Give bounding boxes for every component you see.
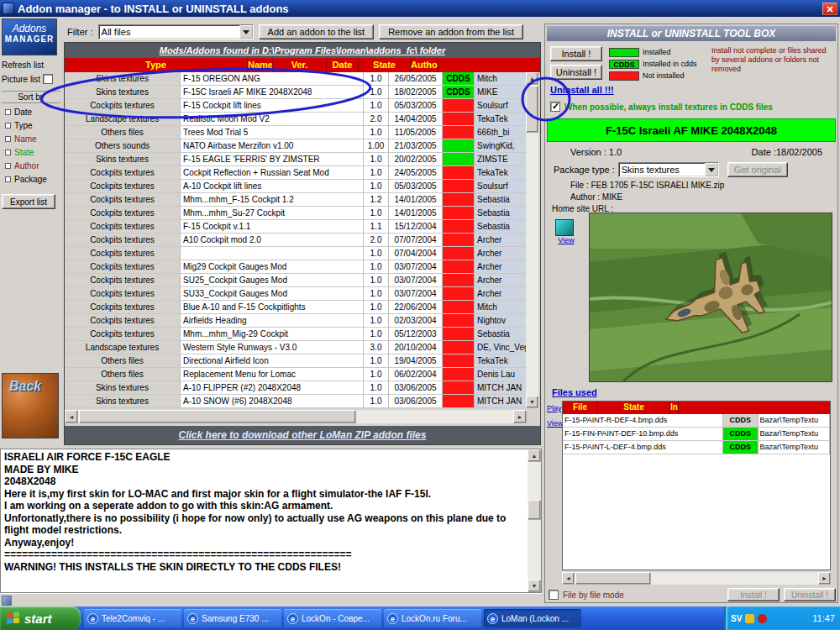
image-icon[interactable] — [555, 219, 574, 236]
scroll-left-icon[interactable]: ◄ — [65, 410, 78, 423]
column-header[interactable]: Type — [65, 58, 248, 72]
table-horizontal-scrollbar[interactable]: ◄ ► — [65, 410, 527, 423]
table-row[interactable]: Cockpits textures Mig29 Cockpit Gauges M… — [65, 260, 527, 274]
files-column-header[interactable]: File — [563, 402, 598, 414]
task-icon: e — [487, 613, 498, 624]
description-scrollbar[interactable]: ▲ ▼ — [528, 449, 541, 592]
file-row[interactable]: F-15-PAINT-L-DEF-4.bmp.dds CDDS Bazar\Te… — [563, 441, 830, 454]
files-horizontal-scrollbar[interactable]: ◄ ► — [562, 572, 831, 585]
column-header[interactable]: Ver. — [273, 58, 327, 72]
table-row[interactable]: Skins textures A-10 SNOW (#6) 2048X2048 … — [65, 395, 527, 408]
package-type-dropdown-arrow[interactable] — [705, 163, 718, 176]
table-row[interactable]: Cockpits textures SU25_Cockpit Gauges Mo… — [65, 274, 527, 287]
scroll-thumb[interactable] — [526, 86, 538, 133]
scroll-left-icon[interactable]: ◄ — [562, 572, 575, 585]
table-row[interactable]: Cockpits textures Mhm...mhm_Su-27 Cockpi… — [65, 207, 527, 220]
view-link[interactable]: View — [555, 236, 577, 244]
column-header[interactable]: Name — [248, 58, 273, 72]
column-header[interactable]: Autho — [411, 58, 438, 72]
sort-option[interactable]: Package — [2, 175, 60, 184]
install-button[interactable]: Install ! — [550, 46, 602, 61]
table-row[interactable]: Cockpits textures F-15 Cockpit v.1.1 1.1… — [65, 220, 527, 234]
filter-dropdown-arrow[interactable] — [239, 25, 253, 39]
uninstall-file-button[interactable]: Uninstall ! — [784, 588, 836, 601]
taskbar-button[interactable]: e LockOn.ru Foru... — [384, 609, 481, 627]
table-row[interactable]: Others files Trees Mod Trial 5 1.0 11/05… — [65, 126, 527, 139]
table-row[interactable]: Cockpits textures Cockpit Reflection + R… — [65, 166, 527, 180]
table-row[interactable]: Cockpits textures Airfields Heading 1.0 … — [65, 314, 527, 328]
table-row[interactable]: Skins textures F-15 OREGON ANG 1.0 26/05… — [65, 72, 527, 86]
table-row[interactable]: Cockpits textures Mhm...mhm_F-15 Cockpit… — [65, 193, 527, 207]
table-row[interactable]: Landscape textures Western Style Runways… — [65, 341, 527, 354]
table-row[interactable]: Cockpits textures 1.0 07/04/2004 Archer — [65, 247, 527, 260]
taskbar-button[interactable]: e Samsung E730 ... — [184, 609, 281, 627]
scroll-right-icon[interactable]: ► — [818, 572, 831, 585]
table-row[interactable]: Landscape textures Realistic Moon Mod V2… — [65, 113, 527, 126]
scroll-thumb[interactable] — [79, 410, 356, 423]
view-files-link[interactable]: View — [547, 419, 563, 428]
scroll-down-icon[interactable]: ▼ — [528, 580, 541, 592]
download-link[interactable]: Click here to download other LoMan ZIP a… — [179, 429, 427, 441]
clock[interactable]: 11:47 — [812, 613, 835, 623]
close-button[interactable]: ✕ — [822, 3, 837, 15]
table-row[interactable]: Others files Directional Airfield Icon 1… — [65, 354, 527, 368]
table-row[interactable]: Others files Replacement Menu for Lomac … — [65, 368, 527, 381]
cell-version: 1.1 — [364, 220, 389, 234]
remove-addon-button[interactable]: Remove an addon from the list — [379, 24, 523, 39]
cdds-checkbox[interactable] — [550, 102, 560, 112]
file-row[interactable]: F-15-FIN-PAINT-DEF-10.bmp.dds CDDS Bazar… — [563, 428, 830, 441]
table-row[interactable]: Skins textures A-10 FLIPPER (#2) 2048X20… — [65, 381, 527, 395]
table-row[interactable]: Cockpits textures SU33_Cockpit Gauges Mo… — [65, 287, 527, 301]
cell-path: Bazar\TempTextu — [759, 414, 830, 428]
table-row[interactable]: Cockpits textures A10 Cockpit mod 2.0 2.… — [65, 234, 527, 247]
taskbar-button[interactable]: e Tele2Comviq - ... — [84, 609, 181, 627]
table-row[interactable]: Cockpits textures Blue A-10 and F-15 Coc… — [65, 301, 527, 314]
files-column-header[interactable]: In — [670, 402, 679, 414]
refresh-list-link[interactable]: Refresh list — [2, 60, 60, 70]
column-header[interactable]: State — [359, 58, 411, 72]
cell-name: A-10 FLIPPER (#2) 2048X2048 — [181, 381, 364, 395]
sort-option[interactable]: Date — [2, 108, 60, 117]
files-used-link[interactable]: Files used — [552, 387, 597, 397]
add-addon-button[interactable]: Add an addon to the list — [259, 24, 375, 39]
taskbar-button[interactable]: e LoMan (Lockon ... — [484, 609, 581, 627]
sort-option[interactable]: Type — [2, 121, 60, 130]
uninstall-button[interactable]: Uninstall ! — [550, 65, 602, 80]
scroll-up-icon[interactable]: ▲ — [526, 72, 538, 85]
sort-option[interactable]: State — [2, 148, 60, 157]
start-button[interactable]: start — [0, 606, 81, 630]
file-row[interactable]: F-15-PAINT-R-DEF-4.bmp.dds CDDS Bazar\Te… — [563, 414, 830, 428]
table-vertical-scrollbar[interactable]: ▲ ▼ — [526, 72, 538, 408]
scroll-right-icon[interactable]: ► — [513, 410, 527, 423]
uninstall-all-link[interactable]: Uninstall all !!! — [550, 85, 614, 95]
task-icon: e — [187, 613, 198, 624]
sort-option[interactable]: Name — [2, 134, 60, 144]
install-file-button[interactable]: Install ! — [727, 588, 780, 601]
scroll-down-icon[interactable]: ▼ — [526, 396, 538, 408]
scroll-thumb[interactable] — [575, 572, 651, 585]
tray-icon[interactable] — [758, 614, 767, 623]
cell-state — [443, 314, 475, 328]
package-type-dropdown[interactable]: Skins textures — [618, 162, 719, 177]
table-row[interactable]: Cockpits textures A-10 Cockpit lift line… — [65, 180, 527, 193]
filter-dropdown[interactable]: All files — [98, 24, 254, 39]
taskbar-button[interactable]: e LockOn - Совре... — [284, 609, 381, 627]
sort-option[interactable]: Author — [2, 161, 60, 171]
picture-list-checkbox[interactable] — [43, 74, 53, 84]
column-header[interactable]: Date — [327, 58, 359, 72]
play-link[interactable]: Play — [547, 404, 562, 412]
table-row[interactable]: Skins textures F-15C Israeli AF MIKE 204… — [65, 86, 527, 99]
scroll-thumb[interactable] — [528, 500, 541, 520]
language-indicator[interactable]: SV — [731, 614, 742, 623]
table-row[interactable]: Skins textures F-15 EAGLE 'FERRIS' BY ZI… — [65, 153, 527, 166]
file-by-file-checkbox[interactable] — [549, 590, 559, 600]
export-list-button[interactable]: Export list — [2, 194, 55, 209]
table-row[interactable]: Cockpits textures F-15 Cockpit lift line… — [65, 99, 527, 113]
tray-icon[interactable] — [745, 614, 754, 623]
files-column-header[interactable]: State — [598, 402, 670, 414]
table-row[interactable]: Cockpits textures Mhm...mhm_Mig-29 Cockp… — [65, 328, 527, 341]
get-original-button[interactable]: Get original — [727, 162, 788, 177]
back-image[interactable]: Back — [2, 373, 59, 438]
scroll-up-icon[interactable]: ▲ — [528, 449, 541, 462]
table-row[interactable]: Others sounds NATO Airbase Merzifon v1.0… — [65, 139, 527, 153]
